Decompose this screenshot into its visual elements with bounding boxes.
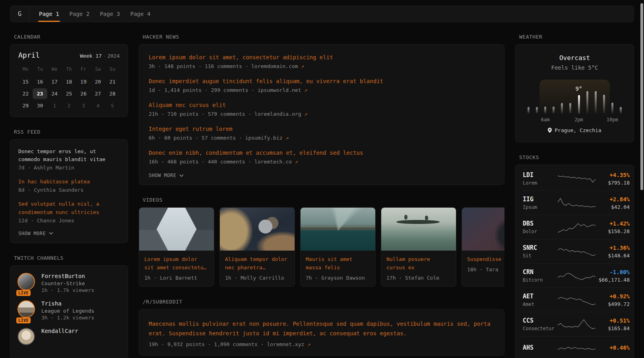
hn-show-more-button[interactable]: SHOW MORE (149, 173, 495, 178)
rss-item-title[interactable]: Sed volutpat nulla nisl, a condimentum n… (18, 200, 120, 216)
page-scrollbar (640, 0, 643, 358)
twitch-channel-name[interactable]: ForrestBurton (41, 273, 94, 279)
video-title[interactable]: Mauris sit amet massa felis (306, 255, 370, 272)
stock-values: +4.35% $795.18 (596, 172, 630, 186)
hn-post-title[interactable]: Lorem ipsum dolor sit amet, consectetur … (149, 53, 495, 62)
twitch-channel-name[interactable]: KendallCarr (41, 328, 78, 334)
video-title[interactable]: Lorem ipsum dolor sit amet consectetu… (144, 255, 209, 272)
nav-tab[interactable]: Page 1 (39, 6, 59, 22)
subreddit-post: Maecenas mollis pulvinar erat non posuer… (149, 319, 495, 347)
video-thumbnail[interactable] (301, 208, 375, 251)
middle-column: HACKER NEWS Lorem ipsum dolor sit amet, … (139, 34, 504, 358)
calendar-month: April (18, 51, 40, 59)
weather-bar-column: 9° 2pm (574, 80, 583, 114)
subreddit-post-title[interactable]: Maecenas mollis pulvinar erat non posuer… (149, 319, 495, 339)
stock-ticker[interactable]: DBS (523, 220, 558, 227)
twitch-channel-row[interactable]: LIVE ForrestBurton Counter-Strike 1h · 1… (17, 273, 120, 293)
stock-ticker[interactable]: AET (523, 293, 558, 300)
stocks-card: LDI Lorem +4.35% $795.18 IIG Ips (515, 165, 634, 358)
weather-hour-label: 6am (541, 117, 550, 123)
twitch-channel-row[interactable]: LIVE Trisha League of Legends 3h · 1.2k … (17, 300, 120, 321)
stock-id: SNRC Sit (523, 244, 558, 259)
hn-post-meta: 3h · 148 points · 116 comments · loremdo… (149, 63, 495, 69)
weather-bar (528, 107, 530, 114)
stock-values: +0.51% $165.84 (596, 317, 630, 331)
rss-item-title[interactable]: Donec tempor eros leo, ut commodo mauris… (18, 148, 120, 163)
video-card[interactable]: Mauris sit amet massa felis 7h · Grayson… (300, 207, 376, 287)
external-link-icon[interactable]: ↗ (307, 341, 310, 347)
external-link-icon[interactable]: ↗ (304, 111, 307, 117)
twitch-channel-name[interactable]: Trisha (41, 300, 94, 307)
video-title[interactable]: Suspendisse diam (467, 255, 504, 264)
nav-tab[interactable]: Page 2 (70, 6, 90, 22)
calendar-day: 18 (62, 76, 76, 87)
stock-row[interactable]: CRN Bitcorn -1.00% $66,171.48 (522, 263, 627, 288)
calendar-day: 26 (76, 88, 91, 99)
stock-id: AHS (523, 344, 558, 353)
external-link-icon[interactable]: ↗ (304, 87, 307, 93)
stock-ticker[interactable]: CRN (523, 268, 558, 276)
external-link-icon[interactable]: ↗ (295, 159, 298, 165)
nav-tab[interactable]: Page 3 (100, 6, 120, 22)
video-title[interactable]: Aliquam tempor dolor nec pharetra… (225, 255, 289, 272)
stock-row[interactable]: CCS Consectetur +0.51% $165.84 (522, 312, 627, 336)
rss-section-title: RSS FEED (14, 129, 128, 135)
scrollbar-thumb[interactable] (640, 3, 643, 190)
video-thumbnail[interactable] (220, 208, 295, 251)
hn-post-title[interactable]: Integer eget rutrum lorem (149, 125, 495, 133)
video-title[interactable]: Nullam posuere cursus ex (386, 255, 451, 272)
stock-ticker[interactable]: LDI (523, 171, 558, 179)
stock-ticker[interactable]: CCS (523, 317, 558, 324)
stock-ticker[interactable]: IIG (523, 196, 558, 203)
calendar-day: 24 (47, 88, 62, 99)
stock-row[interactable]: AET Amet +0.92% $499.72 (522, 288, 627, 312)
hn-post-title[interactable]: Donec enim nibh, condimentum et accumsan… (149, 149, 495, 157)
nav-tab[interactable]: Page 4 (130, 6, 151, 22)
stock-price: $165.84 (596, 325, 630, 331)
video-thumbnail[interactable] (139, 208, 214, 251)
weather-section: WEATHER Overcast Feels like 5°C (515, 34, 634, 142)
twitch-channel-game: Counter-Strike (41, 280, 94, 286)
stock-values: +1.42% $156.28 (596, 220, 630, 234)
calendar-day: 21 (105, 76, 120, 87)
video-card[interactable]: Nullam posuere cursus ex 17h · Stefan Co… (381, 207, 456, 287)
rss-show-more-button[interactable]: SHOW MORE (18, 231, 120, 236)
video-meta: 1h · Lori Barnett (144, 275, 209, 281)
external-link-icon[interactable]: ↗ (301, 63, 305, 69)
stock-ticker[interactable]: SNRC (523, 244, 558, 251)
rss-item-title[interactable]: In hac habitasse platea (18, 178, 120, 186)
video-card[interactable]: Lorem ipsum dolor sit amet consectetu… 1… (139, 207, 214, 287)
stock-sparkline (558, 171, 596, 186)
video-card[interactable]: Suspendisse diam 18h · Tara (462, 207, 504, 287)
twitch-channel-meta: 1h · 1.7k viewers (41, 287, 94, 293)
video-thumbnail[interactable] (381, 208, 456, 251)
external-link-icon[interactable]: ↗ (285, 135, 289, 141)
calendar-day: 3 (76, 100, 91, 111)
twitch-channel-game: League of Legends (41, 308, 94, 314)
stock-change: +0.46% (596, 344, 630, 351)
hn-post-title[interactable]: Aliquam nec cursus elit (149, 101, 495, 109)
weather-bar (561, 103, 563, 114)
twitch-channel-row[interactable]: LIVE KendallCarr (17, 328, 120, 345)
stock-row[interactable]: LDI Lorem +4.35% $795.18 (522, 167, 627, 191)
stock-sparkline (558, 292, 596, 307)
stock-row[interactable]: AHS +0.46% (522, 336, 627, 358)
weather-current-temp: 9° (576, 86, 582, 92)
stock-row[interactable]: DBS Dolor +1.42% $156.28 (522, 215, 627, 239)
stock-row[interactable]: SNRC Sit +1.36% $148.64 (522, 239, 627, 263)
weather-bar-column: 10pm (608, 80, 617, 114)
calendar-day: 20 (91, 76, 105, 87)
video-thumbnail[interactable] (462, 208, 504, 251)
stock-ticker[interactable]: AHS (523, 344, 558, 351)
stock-values: +1.36% $148.64 (596, 245, 630, 259)
video-card[interactable]: Aliquam tempor dolor nec pharetra… 1h · … (219, 207, 295, 287)
hn-post: Donec enim nibh, condimentum et accumsan… (149, 149, 495, 165)
hn-post-title[interactable]: Donec imperdiet augue tincidunt felis al… (149, 77, 495, 86)
rss-item-meta: 8d · Cynthia Saunders (18, 187, 120, 193)
weather-bar (553, 107, 555, 114)
calendar-day: 19 (76, 76, 91, 87)
subreddit-section-title: /R/SUBREDDIT (143, 299, 504, 305)
stock-row[interactable]: IIG Ipsum +2.84% $42.04 (522, 191, 627, 215)
app-logo[interactable]: G (10, 6, 29, 22)
avatar (17, 300, 35, 318)
